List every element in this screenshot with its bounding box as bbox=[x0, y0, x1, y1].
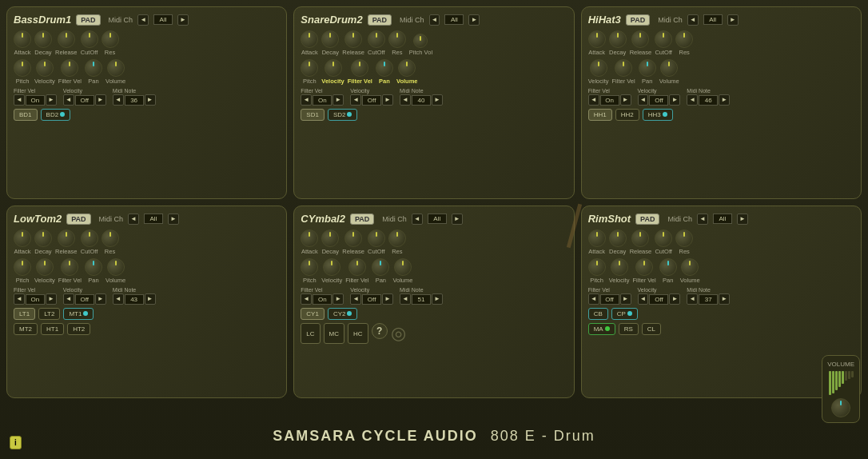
lowtom-fv-down[interactable]: ◄ bbox=[14, 293, 25, 305]
snare-release-knob[interactable] bbox=[344, 30, 362, 48]
bass-drum-fv-down[interactable]: ◄ bbox=[14, 94, 25, 106]
rimshot-pad-cb[interactable]: CB bbox=[588, 308, 608, 320]
cymbal-pad-hc[interactable]: HC bbox=[348, 323, 368, 344]
rimshot-res-knob[interactable] bbox=[675, 230, 693, 247]
rimshot-volume-knob[interactable] bbox=[681, 258, 699, 276]
rimshot-attack-knob[interactable] bbox=[588, 230, 606, 247]
bass-drum-n-up[interactable]: ► bbox=[145, 94, 156, 106]
snare-decay-knob[interactable] bbox=[321, 30, 339, 48]
bass-drum-pad-bd1[interactable]: BD1 bbox=[14, 109, 38, 121]
hihat-res-knob[interactable] bbox=[675, 30, 693, 48]
cymbal-pitch-knob[interactable] bbox=[301, 258, 318, 276]
hihat-cutoff-knob[interactable] bbox=[655, 30, 672, 48]
hihat-decay-knob[interactable] bbox=[609, 30, 627, 48]
cymbal-fv-up[interactable]: ► bbox=[332, 293, 344, 305]
lowtom-pad-mt1[interactable]: MT1 bbox=[63, 308, 94, 320]
lowtom-pad-ht1[interactable]: HT1 bbox=[41, 323, 64, 335]
cymbal-pad-mc[interactable]: MC bbox=[324, 323, 344, 344]
lowtom-fv-up[interactable]: ► bbox=[46, 293, 57, 305]
snare-midi-up[interactable]: ► bbox=[468, 14, 480, 26]
snare-pitch-knob[interactable] bbox=[301, 59, 318, 77]
lowtom-pad-lt1[interactable]: LT1 bbox=[14, 308, 35, 320]
rimshot-pad-cp[interactable]: CP bbox=[611, 308, 638, 320]
hihat-pan-knob[interactable] bbox=[639, 59, 656, 77]
lowtom-pan-knob[interactable] bbox=[85, 258, 102, 276]
lowtom-pad-mt2[interactable]: MT2 bbox=[14, 323, 38, 335]
cymbal-v-down[interactable]: ◄ bbox=[350, 293, 361, 305]
cymbal-midi-up[interactable]: ► bbox=[452, 214, 463, 225]
lowtom-pitch-knob[interactable] bbox=[14, 258, 31, 276]
snare-volume-knob[interactable] bbox=[398, 59, 416, 77]
snare-filtervel-knob[interactable] bbox=[351, 59, 368, 77]
lowtom-v-down[interactable]: ◄ bbox=[63, 293, 74, 305]
snare-fv-down[interactable]: ◄ bbox=[301, 94, 312, 106]
volume-master-knob[interactable] bbox=[831, 398, 850, 417]
bass-drum-midi-up[interactable]: ► bbox=[177, 14, 189, 26]
snare-pan-knob[interactable] bbox=[376, 59, 393, 77]
bass-drum-midi-down[interactable]: ◄ bbox=[137, 14, 149, 26]
cymbal-pad-btn[interactable]: PAD bbox=[350, 214, 374, 225]
rimshot-pad-rs[interactable]: RS bbox=[619, 323, 639, 335]
cymbal-v-up[interactable]: ► bbox=[382, 293, 393, 305]
snare-pad-sd1[interactable]: SD1 bbox=[301, 109, 325, 121]
lowtom-n-up[interactable]: ► bbox=[145, 293, 156, 305]
rimshot-pad-cl[interactable]: CL bbox=[642, 323, 661, 335]
lowtom-cutoff-knob[interactable] bbox=[81, 230, 98, 247]
info-button[interactable]: i bbox=[10, 436, 22, 449]
bass-drum-decay-knob[interactable] bbox=[34, 30, 52, 48]
bass-drum-pad-bd2[interactable]: BD2 bbox=[41, 109, 71, 121]
bass-drum-cutoff-knob[interactable] bbox=[81, 30, 98, 48]
bass-drum-fv-up[interactable]: ► bbox=[46, 94, 57, 106]
snare-attack-knob[interactable] bbox=[301, 30, 318, 48]
hihat-pad-hh3[interactable]: HH3 bbox=[643, 109, 673, 121]
lowtom-v-up[interactable]: ► bbox=[95, 293, 106, 305]
snare-v-down[interactable]: ◄ bbox=[350, 94, 361, 106]
lowtom-midi-up[interactable]: ► bbox=[168, 214, 179, 225]
bass-drum-pan-knob[interactable] bbox=[85, 59, 102, 77]
cymbal-cutoff-knob[interactable] bbox=[368, 230, 385, 247]
bass-drum-velocity-knob[interactable] bbox=[36, 59, 54, 77]
cymbal-n-up[interactable]: ► bbox=[432, 293, 443, 305]
bass-drum-filtervel-knob[interactable] bbox=[61, 59, 78, 77]
cymbal-fv-down[interactable]: ◄ bbox=[301, 293, 312, 305]
bass-drum-v-up[interactable]: ► bbox=[95, 94, 106, 106]
snare-pitchvol-knob[interactable] bbox=[413, 34, 428, 48]
hihat-velocity-knob[interactable] bbox=[590, 59, 607, 77]
hihat-attack-knob[interactable] bbox=[588, 30, 606, 48]
cymbal-pan-knob[interactable] bbox=[372, 258, 389, 276]
cymbal-release-knob[interactable] bbox=[344, 230, 362, 247]
snare-fv-up[interactable]: ► bbox=[332, 94, 344, 106]
cymbal-pad-lc[interactable]: LC bbox=[301, 323, 320, 344]
hihat-n-down[interactable]: ◄ bbox=[687, 94, 698, 106]
hihat-v-down[interactable]: ◄ bbox=[638, 94, 649, 106]
cymbal-res-knob[interactable] bbox=[388, 230, 406, 247]
cymbal-decay-knob[interactable] bbox=[321, 230, 339, 247]
bass-drum-pad-btn[interactable]: PAD bbox=[76, 14, 100, 26]
bass-drum-n-down[interactable]: ◄ bbox=[113, 94, 124, 106]
hihat-fv-down[interactable]: ◄ bbox=[588, 94, 599, 106]
rimshot-fv-up[interactable]: ► bbox=[620, 293, 631, 305]
rimshot-n-down[interactable]: ◄ bbox=[687, 293, 698, 305]
lowtom-pad-lt2[interactable]: LT2 bbox=[38, 308, 60, 320]
rimshot-velocity-knob[interactable] bbox=[611, 258, 628, 276]
snare-midi-down[interactable]: ◄ bbox=[429, 14, 440, 26]
lowtom-filtervel-knob[interactable] bbox=[61, 258, 78, 276]
snare-pad-sd2[interactable]: SD2 bbox=[328, 109, 358, 121]
snare-n-up[interactable]: ► bbox=[432, 94, 443, 106]
lowtom-n-down[interactable]: ◄ bbox=[113, 293, 124, 305]
bass-drum-release-knob[interactable] bbox=[58, 30, 75, 48]
rimshot-pitch-knob[interactable] bbox=[588, 258, 606, 276]
rimshot-n-up[interactable]: ► bbox=[719, 293, 730, 305]
snare-v-up[interactable]: ► bbox=[382, 94, 393, 106]
hihat-fv-up[interactable]: ► bbox=[620, 94, 631, 106]
lowtom-volume-knob[interactable] bbox=[107, 258, 125, 276]
rimshot-decay-knob[interactable] bbox=[609, 230, 627, 247]
cymbal-volume-knob[interactable] bbox=[394, 258, 412, 276]
rimshot-filtervel-knob[interactable] bbox=[635, 258, 653, 276]
rimshot-cutoff-knob[interactable] bbox=[655, 230, 672, 247]
cymbal-n-down[interactable]: ◄ bbox=[400, 293, 411, 305]
hihat-n-up[interactable]: ► bbox=[719, 94, 730, 106]
snare-drum-pad-btn[interactable]: PAD bbox=[368, 14, 392, 26]
lowtom-pad-ht2[interactable]: HT2 bbox=[67, 323, 90, 335]
hihat-pad-btn[interactable]: PAD bbox=[626, 14, 650, 26]
